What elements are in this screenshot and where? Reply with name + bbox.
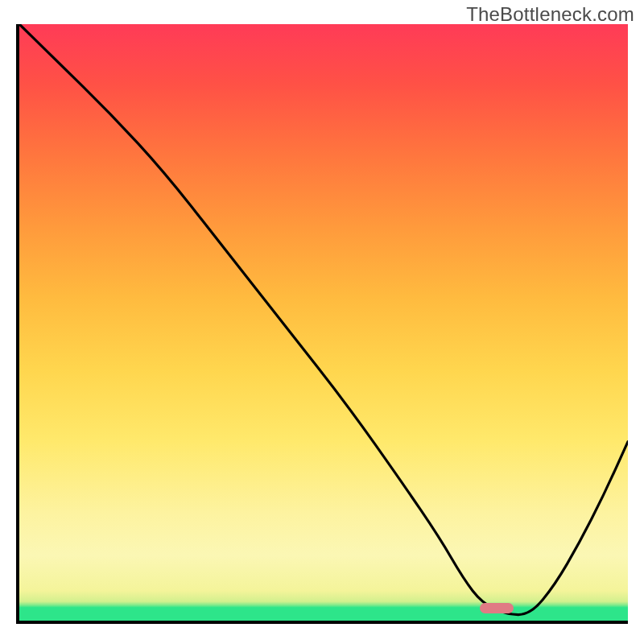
plot-area [16,24,628,624]
chart-frame: TheBottleneck.com [0,0,644,644]
optimal-marker [480,603,514,613]
bottleneck-curve [19,24,628,621]
watermark-text: TheBottleneck.com [466,3,634,26]
